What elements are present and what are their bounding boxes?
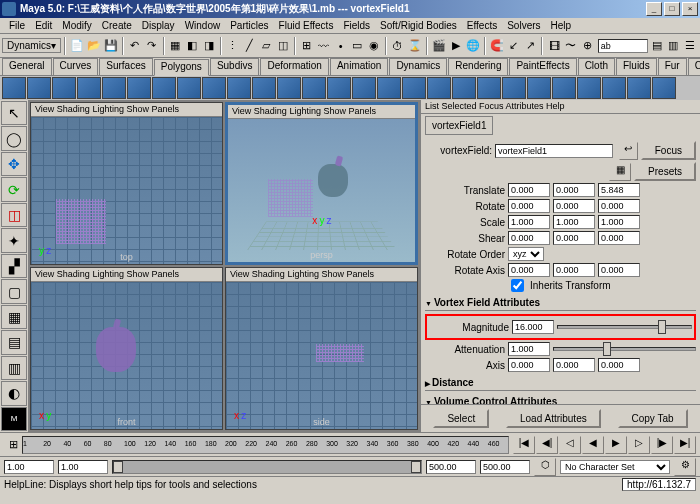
- tab-rendering[interactable]: Rendering: [448, 58, 508, 75]
- tab-subdivs[interactable]: Subdivs: [210, 58, 260, 75]
- goto-input-icon[interactable]: ↩: [619, 142, 638, 160]
- section-volume[interactable]: Volume Control Attributes: [425, 394, 696, 404]
- node-name-input[interactable]: [495, 144, 613, 158]
- select-component-icon[interactable]: ◨: [201, 37, 217, 55]
- play-back-button[interactable]: ◀: [582, 436, 604, 454]
- shelf-quad-icon[interactable]: [402, 77, 426, 99]
- tab-painteffects[interactable]: PaintEffects: [509, 58, 576, 75]
- load-attributes-button[interactable]: Load Attributes: [506, 409, 601, 428]
- tab-custom[interactable]: Custom: [688, 58, 700, 75]
- shelf-uv-icon[interactable]: [627, 77, 651, 99]
- shear-y[interactable]: [553, 231, 595, 245]
- presets-icon[interactable]: ▦: [609, 163, 631, 181]
- command-input[interactable]: [598, 39, 648, 53]
- mask-face-icon[interactable]: ▱: [258, 37, 274, 55]
- tab-cloth[interactable]: Cloth: [578, 58, 615, 75]
- new-scene-icon[interactable]: 📄: [69, 37, 85, 55]
- shelf-merge-icon[interactable]: [302, 77, 326, 99]
- rewind-button[interactable]: |◀: [513, 436, 535, 454]
- rotaxis-x[interactable]: [508, 263, 550, 277]
- section-vortex[interactable]: Vortex Field Attributes: [425, 295, 696, 311]
- copy-tab-button[interactable]: Copy Tab: [618, 409, 688, 428]
- shelf-combine-icon[interactable]: [152, 77, 176, 99]
- step-back-button[interactable]: ◀|: [536, 436, 558, 454]
- playblast-icon[interactable]: 🎞: [546, 37, 562, 55]
- manip-tool[interactable]: ✦: [1, 228, 27, 252]
- tab-fur[interactable]: Fur: [658, 58, 687, 75]
- close-button[interactable]: ×: [682, 2, 698, 16]
- select-button[interactable]: Select: [433, 409, 489, 428]
- motion-icon[interactable]: 〜: [563, 37, 579, 55]
- mask-uv-icon[interactable]: ◫: [275, 37, 291, 55]
- tab-surfaces[interactable]: Surfaces: [99, 58, 152, 75]
- tab-fluids[interactable]: Fluids: [616, 58, 657, 75]
- translate-y[interactable]: [553, 183, 595, 197]
- menu-edit[interactable]: Edit: [30, 20, 57, 31]
- scale-tool[interactable]: ◫: [1, 203, 27, 227]
- shelf-bool-icon[interactable]: [527, 77, 551, 99]
- joint-icon[interactable]: ⊕: [580, 37, 596, 55]
- shelf-poly-sphere-icon[interactable]: [2, 77, 26, 99]
- shear-x[interactable]: [508, 231, 550, 245]
- viewport-top[interactable]: View Shading Lighting Show Panels y z to…: [30, 102, 223, 265]
- range-start-input[interactable]: [58, 460, 108, 474]
- viewport-side[interactable]: View Shading Lighting Show Panels x z si…: [225, 267, 418, 430]
- tab-general[interactable]: General: [2, 58, 52, 75]
- shelf-poly-torus-icon[interactable]: [127, 77, 151, 99]
- vp-front-menu[interactable]: View Shading Lighting Show Panels: [31, 268, 222, 282]
- menu-file[interactable]: File: [4, 20, 30, 31]
- play-button[interactable]: ▶: [605, 436, 627, 454]
- anim-start-input[interactable]: [4, 460, 54, 474]
- menu-effects[interactable]: Effects: [462, 20, 502, 31]
- tab-deformation[interactable]: Deformation: [260, 58, 328, 75]
- shelf-poly-cylinder-icon[interactable]: [52, 77, 76, 99]
- auto-key-button[interactable]: ⬡: [534, 458, 556, 476]
- magnitude-input[interactable]: [512, 320, 554, 334]
- lasso-tool[interactable]: ◯: [1, 126, 27, 150]
- single-view-icon[interactable]: ▢: [1, 279, 27, 303]
- rotate-z[interactable]: [598, 199, 640, 213]
- script-icon[interactable]: M: [1, 407, 27, 431]
- inherits-transform-checkbox[interactable]: [511, 279, 524, 292]
- snap-grid-icon[interactable]: ⊞: [299, 37, 315, 55]
- menu-modify[interactable]: Modify: [57, 20, 96, 31]
- mode-selector[interactable]: Dynamics ▾: [2, 38, 61, 53]
- menu-window[interactable]: Window: [180, 20, 226, 31]
- vp-top-menu[interactable]: View Shading Lighting Show Panels: [31, 103, 222, 117]
- hypershade-icon[interactable]: ◐: [1, 381, 27, 405]
- shelf-mirror-icon[interactable]: [502, 77, 526, 99]
- vp-side-menu[interactable]: View Shading Lighting Show Panels: [226, 268, 417, 282]
- outputs-icon[interactable]: ↗: [522, 37, 538, 55]
- snap-plane-icon[interactable]: ▭: [349, 37, 365, 55]
- scale-z[interactable]: [598, 215, 640, 229]
- step-fwd-button[interactable]: |▶: [651, 436, 673, 454]
- rotaxis-y[interactable]: [553, 263, 595, 277]
- menu-help[interactable]: Help: [546, 20, 577, 31]
- translate-z[interactable]: [598, 183, 640, 197]
- anim-layer-icon[interactable]: ⊞: [4, 436, 22, 454]
- viewport-persp[interactable]: View Shading Lighting Show Panels x y z …: [225, 102, 418, 265]
- focus-button[interactable]: Focus: [641, 141, 696, 160]
- menu-create[interactable]: Create: [97, 20, 137, 31]
- save-scene-icon[interactable]: 💾: [103, 37, 119, 55]
- shelf-poly-plane-icon[interactable]: [102, 77, 126, 99]
- presets-button[interactable]: Presets: [634, 162, 696, 181]
- tab-polygons[interactable]: Polygons: [154, 59, 209, 76]
- attr-menu[interactable]: List Selected Focus Attributes Help: [421, 100, 700, 114]
- open-scene-icon[interactable]: 📂: [86, 37, 102, 55]
- channel-toggle-icon[interactable]: ☰: [682, 37, 698, 55]
- rotate-y[interactable]: [553, 199, 595, 213]
- menu-solvers[interactable]: Solvers: [502, 20, 545, 31]
- shelf-cut-icon[interactable]: [277, 77, 301, 99]
- select-tool[interactable]: ↖: [1, 101, 27, 125]
- rotate-tool[interactable]: ⟳: [1, 177, 27, 201]
- prev-key-button[interactable]: ◁: [559, 436, 581, 454]
- redo-icon[interactable]: ↷: [144, 37, 160, 55]
- axis-x[interactable]: [508, 358, 550, 372]
- anim-prefs-button[interactable]: ⚙: [674, 458, 696, 476]
- shelf-sculpt-icon[interactable]: [602, 77, 626, 99]
- rotaxis-z[interactable]: [598, 263, 640, 277]
- shelf-reduce-icon[interactable]: [552, 77, 576, 99]
- shelf-harden-icon[interactable]: [477, 77, 501, 99]
- shelf-separate-icon[interactable]: [177, 77, 201, 99]
